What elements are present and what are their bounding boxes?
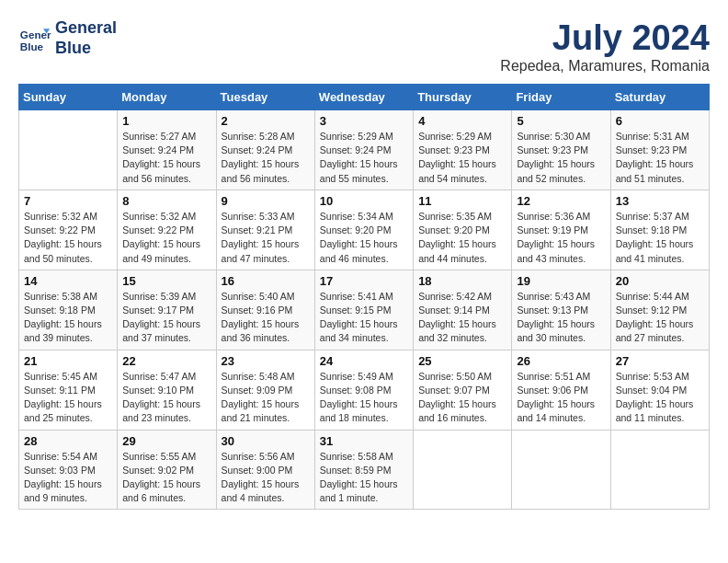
col-header-tuesday: Tuesday [216,85,314,110]
day-info: Sunrise: 5:28 AMSunset: 9:24 PMDaylight:… [222,130,310,186]
calendar-cell: 9Sunrise: 5:33 AMSunset: 9:21 PMDaylight… [216,190,314,270]
day-number: 9 [222,194,310,208]
day-number: 12 [517,194,605,208]
day-number: 4 [418,114,506,128]
day-info: Sunrise: 5:44 AMSunset: 9:12 PMDaylight:… [616,290,704,346]
day-info: Sunrise: 5:35 AMSunset: 9:20 PMDaylight:… [418,210,506,266]
day-number: 13 [616,194,704,208]
col-header-sunday: Sunday [19,85,118,110]
col-header-friday: Friday [512,85,610,110]
calendar-cell: 1Sunrise: 5:27 AMSunset: 9:24 PMDaylight… [118,110,216,190]
day-info: Sunrise: 5:58 AMSunset: 8:59 PMDaylight:… [320,450,408,506]
day-number: 14 [24,274,112,288]
day-info: Sunrise: 5:47 AMSunset: 9:10 PMDaylight:… [122,370,210,426]
calendar-cell: 8Sunrise: 5:32 AMSunset: 9:22 PMDaylight… [118,190,216,270]
day-number: 10 [320,194,408,208]
day-info: Sunrise: 5:29 AMSunset: 9:24 PMDaylight:… [320,130,408,186]
calendar-cell: 25Sunrise: 5:50 AMSunset: 9:07 PMDayligh… [414,350,512,430]
calendar-cell: 3Sunrise: 5:29 AMSunset: 9:24 PMDaylight… [314,110,413,190]
day-info: Sunrise: 5:30 AMSunset: 9:23 PMDaylight:… [517,130,605,186]
calendar-cell: 27Sunrise: 5:53 AMSunset: 9:04 PMDayligh… [610,350,709,430]
calendar-week-4: 21Sunrise: 5:45 AMSunset: 9:11 PMDayligh… [19,350,710,430]
calendar-cell: 22Sunrise: 5:47 AMSunset: 9:10 PMDayligh… [118,350,216,430]
day-info: Sunrise: 5:45 AMSunset: 9:11 PMDaylight:… [24,370,112,426]
calendar-cell: 21Sunrise: 5:45 AMSunset: 9:11 PMDayligh… [19,350,118,430]
calendar-cell: 4Sunrise: 5:29 AMSunset: 9:23 PMDaylight… [414,110,512,190]
day-info: Sunrise: 5:54 AMSunset: 9:03 PMDaylight:… [24,450,112,506]
svg-text:Blue: Blue [20,40,44,52]
day-number: 15 [122,274,210,288]
calendar-cell: 30Sunrise: 5:56 AMSunset: 9:00 PMDayligh… [216,430,314,510]
day-number: 5 [517,114,605,128]
day-number: 18 [418,274,506,288]
day-number: 7 [24,194,112,208]
day-info: Sunrise: 5:29 AMSunset: 9:23 PMDaylight:… [418,130,506,186]
day-number: 20 [616,274,704,288]
calendar-cell: 12Sunrise: 5:36 AMSunset: 9:19 PMDayligh… [512,190,610,270]
day-number: 11 [418,194,506,208]
col-header-thursday: Thursday [414,85,512,110]
calendar-cell: 24Sunrise: 5:49 AMSunset: 9:08 PMDayligh… [314,350,413,430]
col-header-wednesday: Wednesday [314,85,413,110]
calendar-cell: 28Sunrise: 5:54 AMSunset: 9:03 PMDayligh… [19,430,118,510]
logo-text-line2: Blue [55,39,117,59]
calendar-cell: 29Sunrise: 5:55 AMSunset: 9:02 PMDayligh… [118,430,216,510]
day-number: 25 [418,354,506,368]
day-info: Sunrise: 5:36 AMSunset: 9:19 PMDaylight:… [517,210,605,266]
calendar-cell [610,430,709,510]
calendar-cell: 26Sunrise: 5:51 AMSunset: 9:06 PMDayligh… [512,350,610,430]
day-info: Sunrise: 5:37 AMSunset: 9:18 PMDaylight:… [616,210,704,266]
calendar-cell: 7Sunrise: 5:32 AMSunset: 9:22 PMDaylight… [19,190,118,270]
title-section: July 2024 Repedea, Maramures, Romania [500,18,710,75]
day-number: 3 [320,114,408,128]
day-number: 6 [616,114,704,128]
day-number: 28 [24,434,112,448]
day-info: Sunrise: 5:42 AMSunset: 9:14 PMDaylight:… [418,290,506,346]
month-year-title: July 2024 [500,18,710,58]
col-header-monday: Monday [118,85,216,110]
logo-icon: General Blue [18,22,51,55]
day-number: 29 [122,434,210,448]
day-number: 16 [222,274,310,288]
day-info: Sunrise: 5:56 AMSunset: 9:00 PMDaylight:… [222,450,310,506]
calendar-cell: 19Sunrise: 5:43 AMSunset: 9:13 PMDayligh… [512,270,610,350]
calendar-cell: 13Sunrise: 5:37 AMSunset: 9:18 PMDayligh… [610,190,709,270]
day-number: 22 [122,354,210,368]
day-number: 26 [517,354,605,368]
calendar-cell [414,430,512,510]
day-info: Sunrise: 5:55 AMSunset: 9:02 PMDaylight:… [122,450,210,506]
day-number: 21 [24,354,112,368]
calendar-week-5: 28Sunrise: 5:54 AMSunset: 9:03 PMDayligh… [19,430,710,510]
day-number: 31 [320,434,408,448]
day-info: Sunrise: 5:48 AMSunset: 9:09 PMDaylight:… [222,370,310,426]
day-info: Sunrise: 5:32 AMSunset: 9:22 PMDaylight:… [122,210,210,266]
location-subtitle: Repedea, Maramures, Romania [500,58,710,75]
calendar-cell: 2Sunrise: 5:28 AMSunset: 9:24 PMDaylight… [216,110,314,190]
calendar-cell: 16Sunrise: 5:40 AMSunset: 9:16 PMDayligh… [216,270,314,350]
calendar-cell: 14Sunrise: 5:38 AMSunset: 9:18 PMDayligh… [19,270,118,350]
calendar-cell [512,430,610,510]
calendar-cell: 18Sunrise: 5:42 AMSunset: 9:14 PMDayligh… [414,270,512,350]
calendar-cell: 20Sunrise: 5:44 AMSunset: 9:12 PMDayligh… [610,270,709,350]
day-info: Sunrise: 5:38 AMSunset: 9:18 PMDaylight:… [24,290,112,346]
day-number: 17 [320,274,408,288]
day-info: Sunrise: 5:27 AMSunset: 9:24 PMDaylight:… [122,130,210,186]
calendar-cell: 15Sunrise: 5:39 AMSunset: 9:17 PMDayligh… [118,270,216,350]
day-number: 24 [320,354,408,368]
day-number: 1 [122,114,210,128]
day-info: Sunrise: 5:50 AMSunset: 9:07 PMDaylight:… [418,370,506,426]
day-info: Sunrise: 5:33 AMSunset: 9:21 PMDaylight:… [222,210,310,266]
page-header: General Blue General Blue July 2024 Repe… [18,18,710,75]
calendar-cell: 31Sunrise: 5:58 AMSunset: 8:59 PMDayligh… [314,430,413,510]
calendar-header-row: SundayMondayTuesdayWednesdayThursdayFrid… [19,85,710,110]
col-header-saturday: Saturday [610,85,709,110]
day-number: 27 [616,354,704,368]
day-number: 2 [222,114,310,128]
calendar-cell: 11Sunrise: 5:35 AMSunset: 9:20 PMDayligh… [414,190,512,270]
day-info: Sunrise: 5:51 AMSunset: 9:06 PMDaylight:… [517,370,605,426]
day-info: Sunrise: 5:49 AMSunset: 9:08 PMDaylight:… [320,370,408,426]
day-number: 8 [122,194,210,208]
day-info: Sunrise: 5:43 AMSunset: 9:13 PMDaylight:… [517,290,605,346]
calendar-cell [19,110,118,190]
logo-text-line1: General [55,18,117,39]
